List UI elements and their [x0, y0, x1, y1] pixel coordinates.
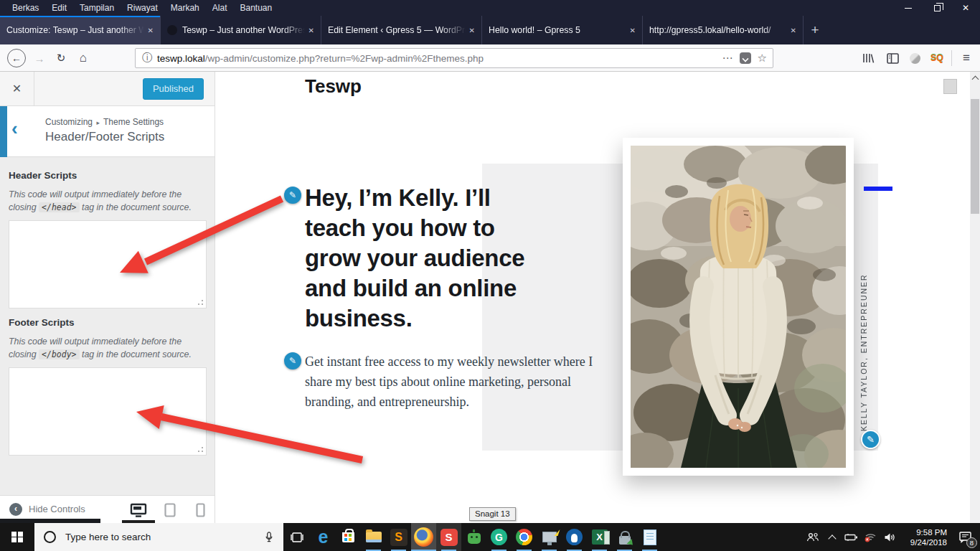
collapse-arrow-icon[interactable]: ‹	[9, 503, 22, 516]
paragraph-line: share my best tips about online marketin…	[305, 372, 593, 392]
volume-icon[interactable]	[880, 523, 900, 551]
taskbar-file-explorer[interactable]	[361, 523, 386, 551]
head-tag-chip: </head>	[39, 202, 79, 212]
taskbar-search[interactable]: Type here to search	[34, 523, 283, 551]
site-favicon	[167, 25, 177, 35]
preview-tablet-button[interactable]	[159, 501, 181, 519]
taskbar-notepad[interactable]	[637, 523, 662, 551]
menu-riwayat[interactable]: Riwayat	[121, 0, 164, 16]
tab-strip: Customize: Teswp – Just another Wo ✕ Tes…	[0, 16, 980, 44]
customizer-panel-header[interactable]: ‹ Customizing ▸ Theme Settings Header/Fo…	[0, 106, 215, 157]
tab-close-icon[interactable]: ✕	[308, 27, 314, 34]
browser-viewport: ✕ Published ‹ Customizing ▸ Theme Settin…	[0, 72, 980, 523]
taskbar-password-lock[interactable]	[612, 523, 637, 551]
wp-customizer-sidebar: ✕ Published ‹ Customizing ▸ Theme Settin…	[0, 72, 215, 523]
panel-back-icon[interactable]: ‹	[11, 118, 18, 140]
close-button[interactable]: ✕	[951, 0, 980, 16]
back-button[interactable]: ←	[6, 44, 27, 72]
url-bar[interactable]: ⓘ teswp.lokal /wp-admin/customize.php?re…	[135, 48, 773, 68]
people-icon[interactable]	[803, 523, 822, 551]
edit-caption-pencil-icon[interactable]: ✎	[861, 430, 880, 449]
grammarly-icon: G	[491, 529, 507, 545]
forward-button[interactable]: →	[30, 44, 49, 72]
tab-edit-element[interactable]: Edit Element ‹ Gpress 5 — WordPres ✕	[321, 16, 482, 44]
hero-paragraph[interactable]: Get instant free access to my weekly new…	[305, 352, 593, 412]
taskbar-grammarly[interactable]: G	[486, 523, 512, 551]
hamburger-icon: ≡	[963, 51, 970, 65]
taskbar-store[interactable]	[336, 523, 361, 551]
header-scripts-label: Header Scripts	[9, 170, 77, 181]
tab-close-icon[interactable]: ✕	[791, 27, 796, 34]
preview-phone-button[interactable]	[189, 501, 211, 519]
action-center-button[interactable]: 8	[950, 523, 980, 551]
extension-disabled-icon[interactable]	[905, 44, 924, 72]
library-icon[interactable]	[858, 44, 878, 72]
home-button[interactable]: ⌂	[73, 44, 93, 72]
preview-desktop-button[interactable]	[128, 501, 149, 519]
site-info-icon[interactable]: ⓘ	[142, 52, 152, 65]
edit-paragraph-pencil-icon[interactable]: ✎	[284, 352, 301, 369]
resize-grip-icon[interactable]	[202, 451, 203, 452]
published-button[interactable]: Published	[143, 78, 204, 100]
start-button[interactable]	[0, 523, 34, 551]
pia-robot-icon	[468, 533, 481, 544]
battery-icon[interactable]	[842, 523, 861, 551]
excel-icon: X	[592, 529, 608, 545]
taskbar-chrome[interactable]	[512, 523, 537, 551]
app-menu-icon[interactable]: ≡	[954, 44, 979, 72]
footer-scripts-textarea[interactable]	[9, 367, 207, 456]
tab-hello-world[interactable]: Hello world! – Gpress 5 ✕	[482, 16, 643, 44]
menu-tampilan[interactable]: Tampilan	[73, 0, 121, 16]
microphone-icon[interactable]	[264, 531, 274, 546]
tab-close-icon[interactable]: ✕	[630, 27, 636, 34]
menu-edit[interactable]: Edit	[45, 0, 73, 16]
phone-icon	[196, 503, 205, 517]
taskbar-clock[interactable]: 9:58 PM 9/24/2018	[900, 527, 950, 547]
taskbar-edge[interactable]: e	[311, 523, 336, 551]
task-view-button[interactable]	[283, 523, 311, 551]
scroll-up-icon[interactable]	[970, 73, 980, 83]
seoquake-icon[interactable]: SQ	[927, 44, 947, 72]
pocket-icon[interactable]	[740, 52, 751, 64]
taskbar-snagit[interactable]: S	[436, 523, 461, 551]
taskbar-sublime[interactable]: S	[386, 523, 411, 551]
menu-bantuan[interactable]: Bantuan	[233, 0, 278, 16]
windows-taskbar: Type here to search e S S G X	[0, 523, 980, 551]
network-disconnected-icon[interactable]	[861, 523, 880, 551]
header-scripts-textarea[interactable]	[9, 220, 207, 309]
taskbar-remote-pc[interactable]	[537, 523, 562, 551]
resize-grip-icon[interactable]	[202, 303, 203, 305]
preview-scrollbar[interactable]	[970, 72, 980, 523]
bookmark-star-icon[interactable]: ☆	[758, 52, 767, 65]
tab-gpress5-url[interactable]: http://gpress5.lokal/hello-world/ ✕	[643, 16, 804, 44]
scrollbar-thumb[interactable]	[971, 99, 979, 214]
site-title[interactable]: Teswp	[305, 75, 362, 98]
sidebar-icon[interactable]	[882, 44, 903, 72]
new-tab-button[interactable]: +	[804, 16, 826, 44]
edit-heading-pencil-icon[interactable]: ✎	[284, 187, 301, 204]
notepad-icon	[644, 529, 656, 545]
tab-close-icon[interactable]: ✕	[469, 27, 475, 34]
tab-close-icon[interactable]: ✕	[148, 27, 154, 34]
taskbar-pia-vpn[interactable]	[461, 523, 486, 551]
minimize-button[interactable]	[894, 0, 923, 16]
menu-markah[interactable]: Markah	[164, 0, 206, 16]
desktop-screen: Berkas Edit Tampilan Riwayat Markah Alat…	[0, 0, 980, 551]
taskbar-firefox[interactable]	[411, 523, 436, 551]
tab-customize-teswp[interactable]: Customize: Teswp – Just another Wo ✕	[0, 16, 161, 44]
collapse-glyph: ‹	[14, 504, 17, 513]
taskbar-blue-circle-app[interactable]	[562, 523, 587, 551]
tray-overflow-chevron-icon[interactable]	[822, 523, 842, 551]
search-placeholder: Type here to search	[65, 532, 151, 542]
hero-heading[interactable]: Hey, I’m Kelly. I’ll teach you how to gr…	[305, 183, 524, 334]
customizer-close-button[interactable]: ✕	[0, 72, 34, 105]
restore-button[interactable]	[923, 0, 951, 16]
tab-teswp-home[interactable]: Teswp – Just another WordPres ✕	[161, 16, 321, 44]
snagit-tooltip: Snagit 13	[469, 507, 516, 521]
reload-button[interactable]: ↻	[52, 44, 70, 72]
menu-alat[interactable]: Alat	[206, 0, 234, 16]
window-controls: ✕	[894, 0, 980, 16]
menu-berkas[interactable]: Berkas	[6, 0, 45, 16]
taskbar-excel[interactable]: X	[587, 523, 612, 551]
page-actions-icon[interactable]: ⋯	[717, 52, 740, 65]
